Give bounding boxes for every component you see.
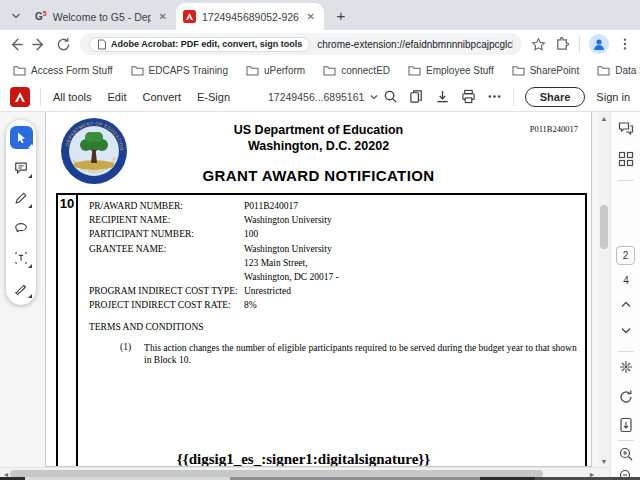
scroll-up-icon[interactable]: ▲ [598, 112, 610, 124]
vertical-scroll-thumb[interactable] [600, 205, 608, 249]
next-page-button[interactable] [611, 327, 640, 334]
menu-edit[interactable]: Edit [108, 91, 127, 103]
adobe-icon [13, 90, 27, 104]
field-label: PROGRAM INDIRECT COST TYPE: [89, 286, 244, 296]
current-page-value: 2 [623, 250, 629, 261]
fill-sign-tool-button[interactable] [10, 276, 33, 299]
bookmark-data-science[interactable]: Data Science [592, 63, 640, 78]
back-icon[interactable] [8, 37, 23, 52]
tab-strip: G5 Welcome to G5 - Department o ✕ 172494… [0, 0, 640, 30]
folder-icon [597, 65, 610, 76]
field-row: Washington, DC 20017 - [89, 272, 339, 286]
grant-info-box: 10 PR/AWARD NUMBER:P011B240017 RECIPIENT… [56, 193, 587, 467]
field-label: PR/AWARD NUMBER: [89, 201, 244, 211]
new-tab-button[interactable]: + [330, 4, 352, 26]
pdf-viewer-area: DEPARTMENT OF EDUCATION UNITED STATES OF… [0, 112, 640, 480]
digital-signature-placeholder: {{digsig1_es_:signer1:digitalsignature}} [46, 451, 561, 467]
field-value: 100 [244, 229, 258, 239]
add-text-tool-button[interactable] [10, 246, 33, 269]
chrome-menu-icon[interactable] [618, 37, 632, 51]
bookmark-access-form-stuff[interactable]: Access Form Stuff [8, 63, 118, 78]
previous-page-button[interactable] [611, 301, 640, 308]
extension-chip-label: Adobe Acrobat: PDF edit, convert, sign t… [111, 39, 302, 49]
signature-pen-icon [14, 281, 28, 295]
close-tab-icon[interactable]: ✕ [305, 10, 317, 24]
select-tool-button[interactable] [10, 126, 33, 149]
download-icon[interactable] [435, 89, 450, 104]
sign-in-button[interactable]: Sign in [596, 91, 630, 103]
zoom-in-icon[interactable] [618, 446, 634, 462]
field-value: Washington University [244, 244, 332, 254]
acrobat-logo[interactable] [10, 87, 30, 107]
bookmark-label: uPerform [264, 65, 305, 76]
tab-title: Welcome to G5 - Department o [53, 11, 151, 23]
page-view-options-icon[interactable] [618, 417, 634, 433]
person-icon [592, 37, 606, 51]
bookmark-employee-stuff[interactable]: Employee Stuff [403, 63, 499, 78]
field-value: P011B240017 [244, 201, 298, 211]
acrobat-toolbar-actions: Share Sign in [383, 87, 630, 107]
terms-item-number: (1) [120, 342, 131, 366]
terms-heading: TERMS AND CONDITIONS [89, 322, 204, 332]
omnibox[interactable]: Adobe Acrobat: PDF edit, convert, sign t… [80, 33, 522, 55]
comments-panel-icon[interactable] [618, 121, 634, 137]
sparkle-tool-icon[interactable] [618, 359, 634, 375]
page-thumbnails-icon[interactable] [618, 151, 634, 167]
menu-convert[interactable]: Convert [143, 91, 182, 103]
chevron-down-icon [370, 94, 378, 100]
comment-tool-button[interactable] [10, 156, 33, 179]
page-icon [97, 39, 107, 50]
lasso-tool-button[interactable] [10, 216, 33, 239]
print-icon[interactable] [461, 89, 476, 104]
bookmark-star-icon[interactable] [531, 37, 546, 52]
field-label: RECIPIENT NAME: [89, 215, 244, 225]
share-button[interactable]: Share [525, 87, 586, 107]
bookmark-label: Employee Stuff [426, 65, 494, 76]
divider [618, 351, 634, 352]
vertical-scrollbar[interactable]: ▲ ▼ [598, 112, 610, 467]
reload-icon[interactable] [56, 37, 71, 52]
field-row: PR/AWARD NUMBER:P011B240017 [89, 201, 339, 215]
menu-all-tools[interactable]: All tools [53, 91, 92, 103]
comment-icon [14, 161, 28, 175]
field-value: Washington, DC 20017 - [244, 272, 339, 282]
document-title: 17249456...6895161 [268, 91, 364, 103]
folder-icon [408, 65, 421, 76]
forward-icon[interactable] [32, 37, 47, 52]
search-icon[interactable] [383, 89, 398, 104]
extensions-icon[interactable] [555, 37, 570, 52]
rotate-page-icon[interactable] [618, 389, 634, 405]
terms-item: (1) This action changes the number of el… [120, 342, 581, 366]
document-title-dropdown[interactable]: 17249456...6895161 [268, 91, 378, 103]
profile-avatar[interactable] [589, 34, 609, 54]
draw-tool-button[interactable] [10, 186, 33, 209]
tab-pdf-document[interactable]: 1724945689052-926895161.pdf ✕ [176, 3, 324, 30]
more-options-icon[interactable] [487, 89, 502, 104]
copy-pages-icon[interactable] [409, 89, 424, 104]
divider [579, 36, 580, 52]
pdf-favicon [183, 10, 196, 23]
tab-search-button[interactable] [7, 7, 25, 25]
bookmark-edcaps-training[interactable]: EDCAPS Training [126, 63, 233, 78]
field-value: Unrestricted [244, 286, 291, 296]
right-rail: 2 4 [610, 112, 640, 480]
pdf-page[interactable]: DEPARTMENT OF EDUCATION UNITED STATES OF… [45, 112, 592, 467]
folder-icon [323, 65, 336, 76]
current-page-input[interactable]: 2 [616, 246, 635, 265]
tab-g5-welcome[interactable]: G5 Welcome to G5 - Department o ✕ [28, 3, 176, 30]
bookmark-label: Access Form Stuff [31, 65, 113, 76]
bookmark-sharepoint[interactable]: SharePoint [507, 63, 584, 78]
acrobat-toolbar: All tools Edit Convert E-Sign 17249456..… [0, 82, 640, 112]
menu-esign[interactable]: E-Sign [197, 91, 230, 103]
folder-icon [13, 65, 26, 76]
bookmark-uperform[interactable]: uPerform [241, 63, 310, 78]
scroll-down-icon[interactable]: ▼ [598, 455, 610, 467]
bookmark-label: EDCAPS Training [149, 65, 228, 76]
extension-chip[interactable]: Adobe Acrobat: PDF edit, convert, sign t… [89, 37, 310, 52]
doc-title: GRANT AWARD NOTIFICATION [46, 167, 591, 184]
bookmark-connected[interactable]: connectED [318, 63, 395, 78]
acrobat-menu: All tools Edit Convert E-Sign [53, 91, 230, 103]
tab-title: 1724945689052-926895161.pdf [202, 11, 299, 23]
field-row: PROJECT INDIRECT COST RATE:8% [89, 300, 339, 314]
close-tab-icon[interactable]: ✕ [157, 10, 169, 24]
